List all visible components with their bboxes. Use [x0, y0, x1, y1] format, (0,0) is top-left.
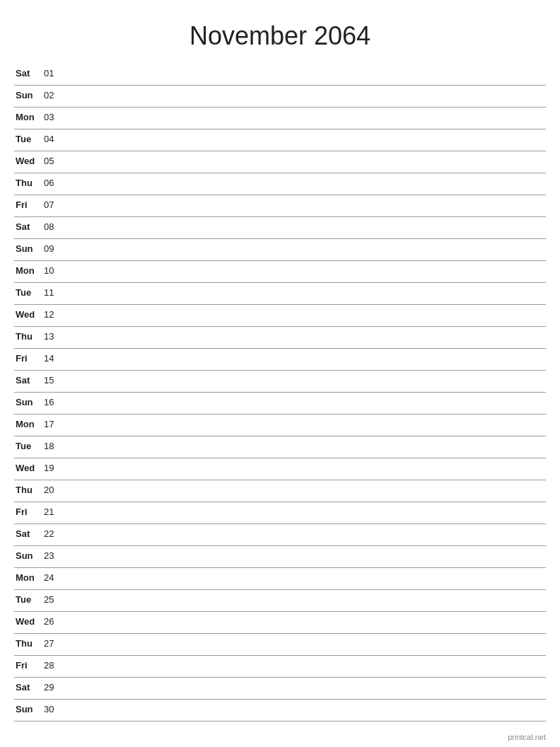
day-row: Thu13	[14, 327, 546, 349]
day-name: Fri	[14, 352, 44, 364]
day-name: Sat	[14, 220, 44, 232]
day-number: 20	[44, 483, 64, 495]
day-row: Sat15	[14, 371, 546, 393]
day-row: Fri28	[14, 656, 546, 678]
day-line-area	[64, 417, 546, 419]
day-name: Sat	[14, 374, 44, 386]
day-name: Sun	[14, 242, 44, 254]
day-name: Tue	[14, 593, 44, 605]
day-number: 22	[44, 527, 64, 539]
day-line-area	[64, 220, 546, 221]
day-line-area	[64, 439, 546, 441]
day-number: 04	[44, 132, 64, 144]
day-line-area	[64, 66, 546, 68]
day-row: Tue11	[14, 283, 546, 305]
day-name: Sun	[14, 88, 44, 100]
day-line-area	[64, 549, 546, 550]
day-row: Fri07	[14, 195, 546, 217]
day-row: Tue04	[14, 129, 546, 151]
day-line-area	[64, 395, 546, 397]
day-row: Sun09	[14, 239, 546, 261]
day-line-area	[64, 154, 546, 156]
day-line-area	[64, 308, 546, 309]
day-line-area	[64, 352, 546, 353]
day-number: 26	[44, 615, 64, 627]
day-number: 25	[44, 593, 64, 605]
day-number: 07	[44, 198, 64, 210]
day-row: Mon10	[14, 261, 546, 283]
day-name: Wed	[14, 154, 44, 166]
day-line-area	[64, 483, 546, 485]
day-line-area	[64, 659, 546, 660]
day-row: Thu06	[14, 173, 546, 195]
day-name: Sun	[14, 702, 44, 714]
day-number: 05	[44, 154, 64, 166]
day-row: Tue25	[14, 590, 546, 612]
calendar-page: November 2064 Sat01Sun02Mon03Tue04Wed05T…	[0, 0, 560, 747]
calendar-grid: Sat01Sun02Mon03Tue04Wed05Thu06Fri07Sat08…	[14, 64, 546, 722]
day-number: 12	[44, 308, 64, 320]
day-name: Wed	[14, 461, 44, 473]
day-row: Fri21	[14, 502, 546, 524]
day-name: Tue	[14, 132, 44, 144]
day-line-area	[64, 681, 546, 682]
day-line-area	[64, 593, 546, 594]
day-number: 29	[44, 681, 64, 693]
day-line-area	[64, 132, 546, 134]
day-number: 09	[44, 242, 64, 254]
day-line-area	[64, 330, 546, 331]
day-row: Sun16	[14, 393, 546, 415]
day-name: Sat	[14, 681, 44, 693]
day-number: 30	[44, 702, 64, 714]
day-row: Tue18	[14, 436, 546, 458]
day-name: Thu	[14, 483, 44, 495]
day-number: 08	[44, 220, 64, 232]
footer-label: printcal.net	[508, 733, 546, 741]
day-number: 27	[44, 637, 64, 649]
day-row: Mon03	[14, 108, 546, 129]
day-name: Sat	[14, 66, 44, 79]
day-name: Thu	[14, 637, 44, 649]
day-name: Mon	[14, 571, 44, 583]
day-line-area	[64, 242, 546, 243]
day-row: Wed05	[14, 151, 546, 173]
day-line-area	[64, 88, 546, 90]
day-number: 18	[44, 439, 64, 451]
day-number: 03	[44, 110, 64, 122]
day-row: Mon17	[14, 415, 546, 436]
day-number: 02	[44, 88, 64, 100]
day-line-area	[64, 571, 546, 572]
day-name: Sun	[14, 549, 44, 561]
day-number: 11	[44, 286, 64, 298]
day-row: Wed12	[14, 305, 546, 327]
day-line-area	[64, 615, 546, 616]
day-row: Sun30	[14, 700, 546, 722]
day-number: 24	[44, 571, 64, 583]
day-row: Sat01	[14, 64, 546, 86]
day-name: Mon	[14, 417, 44, 429]
day-line-area	[64, 198, 546, 199]
day-line-area	[64, 110, 546, 112]
day-name: Wed	[14, 308, 44, 320]
day-row: Wed26	[14, 612, 546, 634]
day-line-area	[64, 264, 546, 265]
day-name: Tue	[14, 439, 44, 451]
day-name: Mon	[14, 264, 44, 276]
day-name: Sun	[14, 395, 44, 407]
day-number: 13	[44, 330, 64, 342]
day-name: Mon	[14, 110, 44, 122]
day-name: Fri	[14, 659, 44, 671]
day-name: Tue	[14, 286, 44, 298]
day-row: Thu27	[14, 634, 546, 656]
day-row: Sat29	[14, 678, 546, 700]
day-line-area	[64, 461, 546, 463]
day-line-area	[64, 637, 546, 638]
day-number: 14	[44, 352, 64, 364]
day-name: Wed	[14, 615, 44, 627]
day-line-area	[64, 702, 546, 704]
day-number: 17	[44, 417, 64, 429]
day-row: Sun23	[14, 546, 546, 568]
day-number: 16	[44, 395, 64, 407]
day-row: Sun02	[14, 86, 546, 108]
day-line-area	[64, 286, 546, 287]
